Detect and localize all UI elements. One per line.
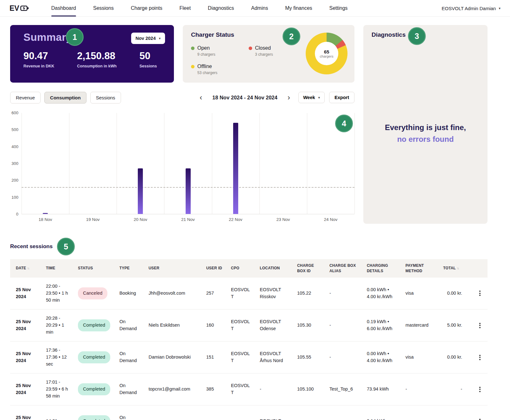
x-tick-label: 24 Nov [307, 217, 354, 222]
y-tick-label: 600 [10, 110, 18, 115]
table-row: 25 Nov 202417:36 - 17:36 • 12 secComplet… [10, 342, 488, 373]
status-badge: Completed [78, 383, 110, 395]
bar-20-Nov [138, 168, 143, 214]
legend-count: 53 chargers [197, 71, 249, 75]
diagnostics-message-line1: Everything is just fine, [363, 123, 488, 132]
legend-dot [191, 47, 194, 50]
chevron-down-icon: ▾ [499, 6, 500, 10]
session-cpo [225, 405, 254, 420]
session-user: Damian Dobrowolski [143, 342, 201, 373]
diagnostics-card: Diagnostics 3 Everything is just fine, n… [363, 25, 488, 224]
session-cpo: EOSVOLT [225, 310, 254, 342]
nav-item-fleet[interactable]: Fleet [171, 0, 200, 16]
stat-value: 2,150.88 [77, 50, 117, 62]
date-range-label: 18 Nov 2024 - 24 Nov 2024 [212, 95, 277, 101]
nav-item-charge-points[interactable]: Charge points [122, 0, 171, 16]
col-header-total[interactable]: TOTAL↑↓ [437, 259, 475, 278]
export-button[interactable]: Export [329, 92, 354, 103]
session-time: 14:21 - [40, 405, 72, 420]
session-menu-cell [475, 278, 488, 310]
sort-icon[interactable]: ↑↓ [457, 266, 459, 270]
row-menu-button[interactable] [476, 289, 483, 298]
nav-item-my-finances[interactable]: My finances [277, 0, 321, 16]
col-header-user: USER [143, 259, 201, 278]
summary-title: Summary [23, 31, 72, 43]
row-menu-button[interactable] [476, 417, 483, 420]
legend-label: Closed [255, 45, 271, 51]
annotation-badge-2: 2 [283, 28, 300, 45]
stat-label: Sessions [139, 64, 157, 68]
diagnostics-message-line2: no errors found [363, 135, 488, 144]
legend-count: 9 chargers [197, 52, 249, 57]
session-payment-method [400, 405, 437, 420]
session-total: 0.00 kr. [437, 278, 475, 310]
session-menu-cell [475, 342, 488, 373]
gridline [259, 113, 260, 214]
battery-charging-icon [20, 5, 29, 11]
chart-section: RevenueConsumptionSessions ‹ 18 Nov 2024… [10, 91, 354, 222]
legend-item-offline: Offline53 chargers [191, 64, 249, 75]
col-header-menu [475, 259, 488, 278]
col-header-date[interactable]: DATE↑↓ [10, 259, 40, 278]
gridline [69, 113, 69, 214]
col-header-status: STATUS [72, 259, 114, 278]
col-header-payment-method: PAYMENT METHOD [400, 259, 437, 278]
session-charging-details: 0.00 kWh • 4.00 kr./kWh [361, 278, 400, 310]
col-header-cpo: CPO [225, 259, 254, 278]
bar-18-Nov [43, 213, 48, 214]
session-location: - [254, 373, 291, 405]
recent-sessions-title: Recent sessions [10, 243, 53, 250]
chart-xlabels: 18 Nov19 Nov20 Nov21 Nov22 Nov23 Nov24 N… [22, 217, 354, 222]
table-row: 25 Nov 202420:28 - 20:29 • 1 minComplete… [10, 310, 488, 342]
donut-total-value: 65 [324, 49, 329, 54]
logo: EV [10, 4, 29, 13]
gridline [354, 113, 355, 214]
x-tick-label: 20 Nov [117, 217, 164, 222]
sort-icon[interactable]: ↑↓ [27, 266, 29, 270]
session-status: Completed [72, 373, 114, 405]
nav-item-admins[interactable]: Admins [243, 0, 277, 16]
chart-tab-sessions[interactable]: Sessions [90, 92, 121, 103]
stat-value: 90.47 [23, 50, 54, 62]
session-time: 17:36 - 17:36 • 12 sec [40, 342, 72, 373]
month-select[interactable]: Nov 2024 ▾ [131, 33, 165, 44]
nav-item-diagnostics[interactable]: Diagnostics [199, 0, 243, 16]
nav-items: DashboardSessionsCharge pointsFleetDiagn… [43, 0, 356, 16]
session-time: 20:28 - 20:29 • 1 min [40, 310, 72, 342]
account-menu[interactable]: EOSVOLT Admin Damian ▾ [442, 6, 500, 11]
session-charge-box-alias [324, 405, 361, 420]
legend-item-open: Open9 chargers [191, 45, 249, 57]
session-location: EOSVOLT Århus Nord [254, 342, 291, 373]
session-user: Jhh@eosvolt.com [143, 278, 201, 310]
charger-legend: Open9 chargersClosed3 chargersOffline53 … [191, 45, 296, 75]
nav-item-dashboard[interactable]: Dashboard [43, 0, 85, 16]
nav-item-settings[interactable]: Settings [321, 0, 356, 16]
y-tick-label: 200 [10, 178, 18, 183]
session-type: Booking [114, 278, 143, 310]
session-location: EOSVOLT [254, 405, 291, 420]
session-charge-box-alias: - [324, 342, 361, 373]
row-menu-button[interactable] [476, 353, 483, 362]
row-menu-button[interactable] [476, 321, 483, 330]
next-week-button[interactable]: › [288, 94, 290, 101]
session-location: EOSVOLT Risskov [254, 278, 291, 310]
session-status: Canceled [72, 278, 114, 310]
session-charging-details: 0.19 kWh • 6.00 kr./kWh [361, 310, 400, 342]
session-charge-box-id: 105.22 [291, 278, 324, 310]
col-header-type: TYPE [114, 259, 143, 278]
col-header-charge-box-alias: CHARGE BOX ALIAS [324, 259, 361, 278]
main-content: Summary Nov 2024 ▾ 1 90.47Revenue in DKK… [0, 17, 510, 420]
prev-week-button[interactable]: ‹ [200, 94, 202, 101]
session-payment-method: visa [400, 278, 437, 310]
chart-tab-revenue[interactable]: Revenue [10, 92, 41, 103]
chart-tab-consumption[interactable]: Consumption [44, 92, 86, 103]
row-menu-button[interactable] [476, 385, 483, 394]
chart-plot: 4 0100200300400500600 [22, 113, 354, 214]
x-tick-label: 23 Nov [259, 217, 307, 222]
session-cpo: EOSVOLT [225, 373, 254, 405]
legend-dot [191, 65, 194, 68]
annotation-badge-1: 1 [66, 28, 84, 46]
period-select[interactable]: Week ▾ [298, 92, 325, 103]
session-time: 22:00 - 23:50 • 1 h 50 min [40, 278, 72, 310]
nav-item-sessions[interactable]: Sessions [85, 0, 122, 16]
